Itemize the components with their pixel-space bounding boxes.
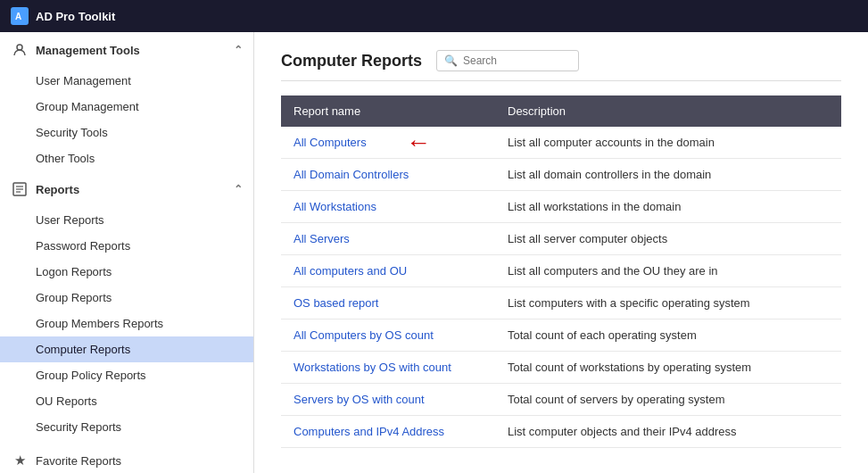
nav-management-tools[interactable]: Management Tools ⌃ (0, 32, 253, 68)
report-name[interactable]: All Servers (293, 232, 350, 245)
table-row: All WorkstationsList all workstations in… (281, 191, 841, 223)
management-tools-subitems: User Management Group Management Securit… (0, 68, 253, 171)
report-description-cell: Total count of each operating system (495, 319, 841, 352)
sidebar-item-password-reports[interactable]: Password Reports (0, 233, 253, 259)
sidebar-item-logon-reports[interactable]: Logon Reports (0, 259, 253, 285)
report-description-cell: List computers with a specific operating… (495, 287, 841, 319)
content-header: Computer Reports 🔍 (281, 50, 841, 81)
sidebar-item-security-reports[interactable]: Security Reports (0, 414, 253, 440)
report-name-cell[interactable]: Servers by OS with count (281, 384, 495, 416)
sidebar-bottom-items: ★ Favorite Reports Scheduler (0, 444, 253, 473)
app-title: AD Pro Toolkit (36, 10, 115, 23)
report-name[interactable]: All Computers (293, 136, 367, 149)
favorite-icon: ★ (11, 452, 29, 469)
report-name-cell[interactable]: All Computers by OS count (281, 319, 495, 352)
reports-subitems: User Reports Password Reports Logon Repo… (0, 207, 253, 440)
table-row: All Computers by OS countTotal count of … (281, 319, 841, 352)
content-area: Computer Reports 🔍 Report name Descripti… (254, 32, 868, 473)
sidebar-item-user-management[interactable]: User Management (0, 68, 253, 94)
table-row: Servers by OS with countTotal count of s… (281, 384, 841, 416)
report-name[interactable]: Workstations by OS with count (293, 361, 451, 374)
report-name-cell[interactable]: All Servers (281, 223, 495, 255)
report-name-cell[interactable]: All Domain Controllers (281, 159, 495, 191)
report-name[interactable]: All Workstations (293, 200, 376, 213)
report-name[interactable]: OS based report (293, 296, 378, 310)
main-layout: Management Tools ⌃ User Management Group… (0, 32, 868, 473)
app-logo: A (11, 7, 29, 25)
sidebar-item-group-management[interactable]: Group Management (0, 94, 253, 120)
report-description-cell: List all workstations in the domain (495, 191, 841, 223)
sidebar-item-computer-reports[interactable]: Computer Reports (0, 336, 253, 362)
report-description-cell: Total count of servers by operating syst… (495, 384, 841, 416)
reports-label: Reports (36, 183, 79, 196)
report-description-cell: List all server computer objects (495, 223, 841, 255)
report-name[interactable]: Servers by OS with count (293, 393, 425, 406)
sidebar-item-group-reports[interactable]: Group Reports (0, 285, 253, 311)
report-name[interactable]: All Computers by OS count (293, 328, 434, 342)
table-row: Computers and IPv4 AddressList computer … (281, 416, 841, 448)
sidebar-item-ou-reports[interactable]: OU Reports (0, 388, 253, 414)
red-arrow-annotation: ← (406, 129, 431, 157)
reports-chevron: ⌃ (234, 183, 243, 195)
management-tools-chevron: ⌃ (234, 44, 243, 56)
report-description-cell: List all computers and the OU they are i… (495, 255, 841, 287)
reports-icon (11, 180, 29, 198)
search-input[interactable] (463, 54, 570, 67)
col-report-name: Report name (281, 95, 495, 127)
report-name[interactable]: All computers and OU (293, 264, 407, 278)
sidebar: Management Tools ⌃ User Management Group… (0, 32, 254, 473)
topbar: A AD Pro Toolkit (0, 0, 868, 32)
page-title: Computer Reports (281, 52, 422, 71)
report-name-cell[interactable]: All computers and OU (281, 255, 495, 287)
report-name[interactable]: All Domain Controllers (293, 168, 409, 181)
table-row: All computers and OUList all computers a… (281, 255, 841, 287)
search-icon: 🔍 (444, 54, 458, 67)
svg-text:A: A (15, 12, 21, 21)
search-box[interactable]: 🔍 (436, 50, 579, 71)
table-row: All ServersList all server computer obje… (281, 223, 841, 255)
report-description-cell: List all computer accounts in the domain (495, 127, 841, 159)
table-row: OS based reportList computers with a spe… (281, 287, 841, 319)
report-name-cell[interactable]: OS based report (281, 287, 495, 319)
svg-point-2 (17, 45, 22, 50)
sidebar-item-favorite-reports[interactable]: ★ Favorite Reports (0, 444, 253, 473)
favorite-reports-label: Favorite Reports (36, 454, 121, 468)
management-tools-label: Management Tools (36, 44, 140, 57)
table-header-row: Report name Description (281, 95, 841, 127)
report-description-cell: List all domain controllers in the domai… (495, 159, 841, 191)
nav-reports[interactable]: Reports ⌃ (0, 171, 253, 207)
table-row: ←All ComputersList all computer accounts… (281, 127, 841, 159)
sidebar-item-group-members-reports[interactable]: Group Members Reports (0, 311, 253, 336)
table-row: All Domain ControllersList all domain co… (281, 159, 841, 191)
table-row: Workstations by OS with countTotal count… (281, 352, 841, 384)
sidebar-item-user-reports[interactable]: User Reports (0, 207, 253, 233)
sidebar-item-group-policy-reports[interactable]: Group Policy Reports (0, 362, 253, 388)
reports-table: Report name Description ←All ComputersLi… (281, 95, 841, 448)
sidebar-item-security-tools[interactable]: Security Tools (0, 120, 253, 145)
report-name[interactable]: Computers and IPv4 Address (293, 425, 444, 438)
report-description-cell: Total count of workstations by operating… (495, 352, 841, 384)
report-description-cell: List computer objects and their IPv4 add… (495, 416, 841, 448)
report-name-cell[interactable]: All Workstations (281, 191, 495, 223)
col-description: Description (495, 95, 841, 127)
report-name-cell[interactable]: Computers and IPv4 Address (281, 416, 495, 448)
report-name-cell[interactable]: ←All Computers (281, 127, 495, 159)
report-name-cell[interactable]: Workstations by OS with count (281, 352, 495, 384)
management-tools-icon (11, 41, 29, 59)
sidebar-item-other-tools[interactable]: Other Tools (0, 145, 253, 171)
